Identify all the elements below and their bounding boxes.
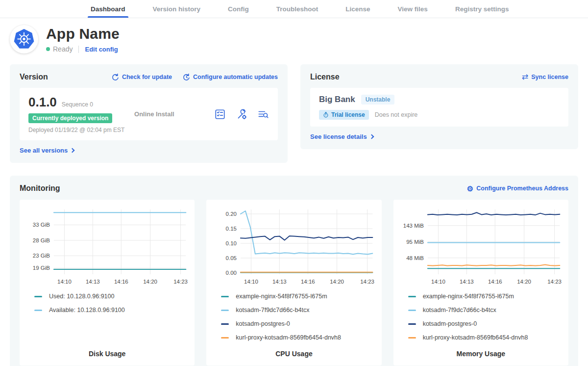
- app-status: Ready: [53, 45, 73, 53]
- svg-text:0.15: 0.15: [226, 226, 237, 232]
- legend-swatch: [221, 310, 229, 311]
- chart-plot: 19 GiB23 GiB28 GiB33 GiB14:1014:1314:161…: [25, 205, 189, 287]
- svg-text:33 GiB: 33 GiB: [33, 222, 50, 228]
- legend-label: kotsadm-postgres-0: [236, 320, 290, 327]
- svg-text:0.10: 0.10: [226, 240, 237, 246]
- svg-text:14:16: 14:16: [488, 279, 502, 285]
- configure-prometheus-link[interactable]: ⚙ Configure Prometheus Address: [467, 185, 568, 192]
- version-sequence: Sequence 0: [62, 101, 93, 108]
- svg-text:14:13: 14:13: [272, 279, 287, 285]
- divider: [78, 46, 79, 53]
- legend-item: example-nginx-54f8f76755-l675m: [221, 293, 375, 300]
- sync-arrows-icon: ⇄: [522, 73, 528, 81]
- chart-card-cpu-usage: 0.000.050.100.150.2014:1014:1314:1614:20…: [206, 200, 381, 366]
- see-all-versions-link[interactable]: See all versions: [20, 147, 74, 154]
- tab-dashboard[interactable]: Dashboard: [91, 0, 125, 18]
- chart-card-memory-usage: 48 MiB95 MiB143 MiB14:1014:1314:1614:201…: [393, 200, 568, 366]
- legend-item: kotsadm-7f9dc7d66c-b4tcx: [408, 307, 563, 314]
- tab-view-files[interactable]: View files: [398, 0, 428, 18]
- legend-swatch: [408, 296, 416, 297]
- chart-legend: Used: 10.128.0.96:9100Available: 10.128.…: [34, 293, 189, 314]
- check-for-update-link[interactable]: Check for update: [112, 74, 172, 81]
- ready-status-dot: [46, 47, 50, 51]
- svg-text:14:20: 14:20: [330, 279, 344, 285]
- tab-troubleshoot[interactable]: Troubleshoot: [276, 0, 318, 18]
- chart-title: CPU Usage: [212, 343, 375, 358]
- svg-text:28 GiB: 28 GiB: [33, 237, 50, 243]
- version-panel-title: Version: [20, 73, 48, 81]
- config-wrench-icon[interactable]: [236, 108, 247, 120]
- legend-label: kurl-proxy-kotsadm-8569fb6454-dnvh8: [236, 334, 341, 341]
- version-panel: Version Check for update Configure au: [10, 64, 288, 163]
- chart-card-disk-usage: 19 GiB23 GiB28 GiB33 GiB14:1014:1314:161…: [20, 200, 195, 366]
- legend-swatch: [221, 323, 229, 325]
- tab-version-history[interactable]: Version history: [153, 0, 201, 18]
- svg-text:14:23: 14:23: [361, 279, 375, 285]
- legend-item: kotsadm-7f9dc7d66c-b4tcx: [221, 307, 375, 314]
- app-title: App Name: [46, 26, 120, 42]
- legend-label: Used: 10.128.0.96:9100: [49, 293, 114, 300]
- refresh-icon: [112, 74, 119, 81]
- gear-icon: ⚙: [467, 185, 473, 192]
- channel-badge: Unstable: [361, 95, 395, 105]
- svg-text:14:23: 14:23: [173, 279, 188, 285]
- svg-text:0.20: 0.20: [226, 211, 237, 217]
- license-panel-title: License: [310, 73, 340, 81]
- edit-config-link[interactable]: Edit config: [85, 46, 118, 53]
- chart-legend: example-nginx-54f8f76755-l675mkotsadm-7f…: [408, 293, 563, 341]
- tab-registry-settings[interactable]: Registry settings: [455, 0, 509, 18]
- license-customer-name: Big Bank: [319, 95, 355, 105]
- legend-swatch: [408, 323, 416, 325]
- svg-text:23 GiB: 23 GiB: [33, 253, 50, 259]
- chevron-right-icon: [70, 148, 75, 153]
- svg-text:14:20: 14:20: [143, 279, 157, 285]
- svg-text:14:13: 14:13: [460, 279, 474, 285]
- legend-item: example-nginx-54f8f76755-l675m: [408, 293, 563, 300]
- top-navbar: DashboardVersion historyConfigTroublesho…: [0, 0, 588, 18]
- legend-label: kotsadm-7f9dc7d66c-b4tcx: [236, 307, 309, 314]
- chart-legend: example-nginx-54f8f76755-l675mkotsadm-7f…: [221, 293, 375, 341]
- svg-text:0.00: 0.00: [226, 270, 237, 276]
- view-logs-icon[interactable]: [257, 108, 269, 120]
- charts-row: 19 GiB23 GiB28 GiB33 GiB14:1014:1314:161…: [20, 200, 568, 366]
- legend-label: example-nginx-54f8f76755-l675m: [236, 293, 327, 300]
- current-version-card: 0.1.0 Sequence 0 Currently deployed vers…: [20, 88, 278, 140]
- chevron-right-icon: [369, 134, 374, 139]
- deployed-timestamp: Deployed 01/19/22 @ 02:04 pm EST: [28, 127, 134, 133]
- license-panel: License ⇄ Sync license Big Bank Unstable…: [300, 64, 578, 149]
- svg-text:0.05: 0.05: [226, 255, 237, 261]
- legend-label: example-nginx-54f8f76755-l675m: [423, 293, 514, 300]
- legend-label: kotsadm-postgres-0: [423, 320, 477, 327]
- svg-text:19 GiB: 19 GiB: [33, 265, 50, 271]
- legend-item: kotsadm-postgres-0: [408, 320, 563, 327]
- legend-swatch: [221, 296, 229, 297]
- svg-text:14:16: 14:16: [301, 279, 315, 285]
- version-number: 0.1.0: [28, 95, 57, 110]
- legend-item: Used: 10.128.0.96:9100: [34, 293, 189, 300]
- legend-label: kurl-proxy-kotsadm-8569fb6454-dnvh8: [423, 334, 528, 341]
- monitoring-title: Monitoring: [20, 184, 60, 193]
- legend-item: kurl-proxy-kotsadm-8569fb6454-dnvh8: [221, 334, 375, 341]
- svg-text:14:23: 14:23: [547, 279, 562, 285]
- sync-license-link[interactable]: ⇄ Sync license: [522, 73, 568, 81]
- see-license-details-link[interactable]: See license details: [310, 133, 373, 140]
- app-logo: [10, 25, 38, 53]
- legend-swatch: [408, 337, 416, 339]
- legend-item: kurl-proxy-kotsadm-8569fb6454-dnvh8: [408, 334, 563, 341]
- tab-license[interactable]: License: [345, 0, 370, 18]
- deployed-version-badge: Currently deployed version: [28, 113, 112, 123]
- legend-item: kotsadm-postgres-0: [221, 320, 375, 327]
- svg-text:14:10: 14:10: [244, 279, 258, 285]
- legend-swatch: [34, 296, 42, 297]
- legend-swatch: [34, 310, 42, 311]
- chart-title: Disk Usage: [25, 343, 189, 358]
- app-header: App Name Ready Edit config: [0, 18, 588, 56]
- tab-config[interactable]: Config: [228, 0, 249, 18]
- svg-text:95 MiB: 95 MiB: [406, 239, 424, 245]
- configure-automatic-updates-link[interactable]: Configure automatic updates: [183, 74, 278, 81]
- chart-title: Memory Usage: [399, 343, 563, 358]
- legend-label: kotsadm-7f9dc7d66c-b4tcx: [423, 307, 496, 314]
- svg-text:14:10: 14:10: [431, 279, 445, 285]
- preflight-checks-icon[interactable]: [214, 108, 226, 120]
- chart-plot: 48 MiB95 MiB143 MiB14:1014:1314:1614:201…: [399, 205, 563, 287]
